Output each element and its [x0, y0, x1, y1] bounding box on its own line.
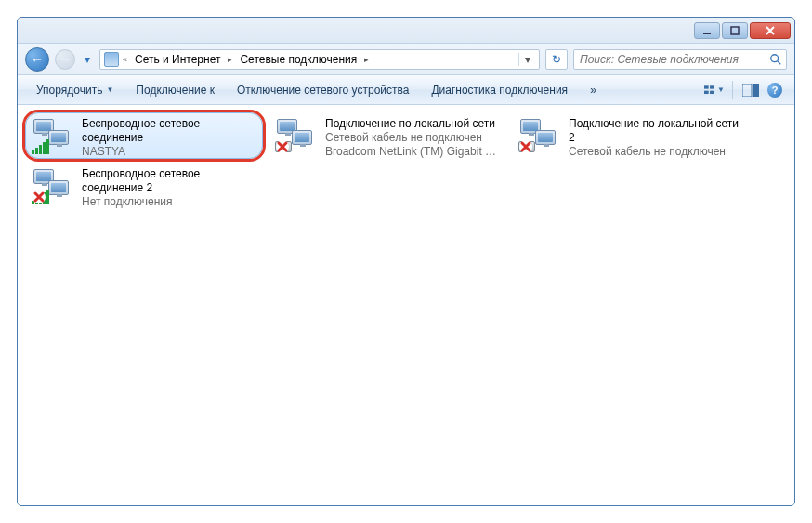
- arrow-left-icon: ←: [31, 52, 44, 67]
- disconnected-icon: [32, 190, 46, 204]
- svg-rect-6: [704, 90, 709, 93]
- preview-pane-icon: [742, 84, 759, 97]
- connection-icon: [32, 117, 72, 154]
- cmd-diagnose-label: Диагностика подключения: [431, 84, 568, 97]
- arrow-right-icon: →: [59, 52, 72, 67]
- search-icon: [769, 53, 782, 66]
- connection-status: Сетевой кабель не подключен: [325, 131, 500, 145]
- cmd-diagnose[interactable]: Диагностика подключения: [422, 80, 577, 100]
- cmd-overflow[interactable]: »: [581, 80, 606, 100]
- connection-item[interactable]: Беспроводное сетевое соединение 2Нет под…: [25, 163, 263, 209]
- svg-point-2: [771, 54, 779, 61]
- svg-rect-4: [704, 85, 709, 88]
- svg-rect-8: [742, 84, 752, 97]
- connection-icon: [518, 117, 559, 154]
- nav-history-dropdown[interactable]: ▾: [81, 47, 94, 72]
- cmd-organize[interactable]: Упорядочить ▼: [27, 80, 123, 100]
- refresh-button[interactable]: ↻: [545, 49, 568, 70]
- connection-device: Broadcom NetLink (TM) Gigabit E...: [325, 145, 500, 159]
- connection-icon: [32, 167, 72, 204]
- chevrons-right-icon: »: [590, 84, 596, 97]
- monitor-icon: [48, 130, 69, 145]
- breadcrumb-seg-connections[interactable]: Сетевые подключения: [236, 50, 360, 69]
- close-icon: [766, 26, 775, 35]
- refresh-icon: ↻: [552, 53, 561, 66]
- chevron-right-icon: ▸: [226, 55, 234, 64]
- connection-title: Подключение по локальной сети: [325, 117, 500, 131]
- connection-status: Сетевой кабель не подключен: [569, 145, 743, 159]
- cmd-disable-device-label: Отключение сетевого устройства: [237, 84, 409, 97]
- maximize-icon: [730, 26, 740, 35]
- view-mode-button[interactable]: ▼: [704, 80, 725, 100]
- cmd-disable-device[interactable]: Отключение сетевого устройства: [228, 80, 418, 100]
- connection-title: Беспроводное сетевое соединение: [82, 117, 256, 145]
- cmd-connect-to-label: Подключение к: [136, 84, 215, 97]
- connection-item[interactable]: Подключение по локальной сети 2Сетевой к…: [512, 112, 750, 159]
- connection-title: Подключение по локальной сети 2: [569, 117, 743, 145]
- maximize-button[interactable]: [722, 22, 748, 39]
- breadcrumb-seg-network[interactable]: Сеть и Интернет: [131, 50, 224, 69]
- minimize-button[interactable]: [694, 22, 720, 39]
- svg-rect-1: [731, 27, 739, 34]
- svg-rect-5: [710, 85, 714, 88]
- nav-forward-button[interactable]: →: [55, 49, 75, 70]
- chevrons-icon[interactable]: «: [121, 55, 129, 64]
- connection-status: Нет подключения: [82, 195, 256, 209]
- connection-icon: [275, 117, 316, 154]
- location-icon: [104, 52, 119, 67]
- monitor-icon: [48, 180, 69, 195]
- cmd-organize-label: Упорядочить: [36, 84, 102, 97]
- svg-rect-7: [710, 90, 714, 93]
- monitor-icon: [292, 130, 312, 145]
- chevron-down-icon: ▼: [106, 85, 113, 94]
- monitor-icon: [535, 130, 556, 145]
- breadcrumb[interactable]: « Сеть и Интернет ▸ Сетевые подключения …: [99, 49, 540, 70]
- minimize-icon: [702, 26, 712, 35]
- connection-title: Беспроводное сетевое соединение 2: [82, 167, 256, 195]
- preview-pane-button[interactable]: [740, 80, 761, 100]
- disconnected-icon: [518, 139, 533, 154]
- connection-item[interactable]: Подключение по локальной сетиСетевой каб…: [268, 112, 506, 159]
- search-box[interactable]: [573, 49, 787, 70]
- help-button[interactable]: ?: [765, 80, 785, 100]
- connection-item[interactable]: Беспроводное сетевое соединениеNASTYA: [25, 112, 263, 159]
- wifi-signal-icon: [32, 139, 49, 154]
- search-input[interactable]: [578, 52, 766, 67]
- command-bar: Упорядочить ▼ Подключение к Отключение с…: [18, 75, 794, 105]
- chevron-right-icon: ▸: [362, 55, 371, 64]
- titlebar: [18, 18, 794, 44]
- view-icons-icon: [704, 84, 715, 97]
- breadcrumb-dropdown[interactable]: ▾: [518, 53, 535, 66]
- help-icon: ?: [767, 83, 782, 98]
- connection-device: NASTYA: [82, 145, 256, 159]
- svg-rect-9: [753, 84, 759, 97]
- explorer-window: ← → ▾ « Сеть и Интернет ▸ Сетевые подклю…: [17, 17, 795, 506]
- disconnected-icon: [275, 139, 290, 154]
- address-row: ← → ▾ « Сеть и Интернет ▸ Сетевые подклю…: [18, 44, 794, 75]
- cmd-connect-to[interactable]: Подключение к: [126, 80, 224, 100]
- content-area[interactable]: Беспроводное сетевое соединениеNASTYAПод…: [18, 105, 794, 505]
- close-button[interactable]: [750, 22, 791, 39]
- nav-back-button[interactable]: ←: [25, 47, 49, 72]
- svg-line-3: [778, 60, 781, 64]
